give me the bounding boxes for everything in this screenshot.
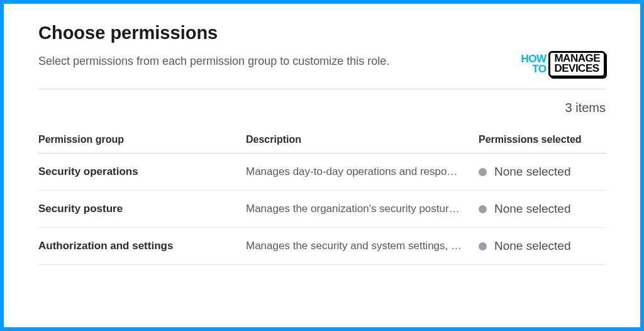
permissions-table: Permission group Description Permissions… xyxy=(38,126,606,265)
subtitle-row: Select permissions from each permission … xyxy=(38,55,606,77)
table-row[interactable]: Security operations Manages day-to-day o… xyxy=(38,154,606,191)
table-row[interactable]: Security posture Manages the organizatio… xyxy=(38,191,606,228)
content-area: Choose permissions Select permissions fr… xyxy=(4,4,640,278)
status-dot-icon xyxy=(479,168,487,176)
brand-box: MANAGE DEVICES xyxy=(548,51,606,77)
brand-howto-block: HOW TO xyxy=(521,54,546,74)
status-dot-icon xyxy=(479,205,487,213)
items-count-row: 3 items xyxy=(38,89,606,126)
brand-text-devices: DEVICES xyxy=(554,64,600,74)
col-permissions-selected[interactable]: Permissions selected xyxy=(479,134,606,145)
cell-description: Manages the security and system settings… xyxy=(246,240,472,252)
selected-text: None selected xyxy=(494,239,570,253)
selected-text: None selected xyxy=(494,202,570,216)
selected-text: None selected xyxy=(494,165,570,179)
cell-description: Manages the organization's security post… xyxy=(246,203,472,215)
cell-selected: None selected xyxy=(479,239,606,253)
cell-group: Security posture xyxy=(38,203,240,215)
table-row[interactable]: Authorization and settings Manages the s… xyxy=(38,228,606,265)
status-dot-icon xyxy=(479,242,487,250)
brand-text-to: TO xyxy=(532,64,546,74)
page-title: Choose permissions xyxy=(38,23,606,43)
app-frame: Choose permissions Select permissions fr… xyxy=(0,0,644,331)
cell-selected: None selected xyxy=(479,165,606,179)
items-count: 3 items xyxy=(565,101,606,115)
cell-description: Manages day-to-day operations and respo… xyxy=(246,166,472,178)
table-header: Permission group Description Permissions… xyxy=(38,126,606,154)
col-description[interactable]: Description xyxy=(246,134,472,145)
page-subtitle: Select permissions from each permission … xyxy=(38,55,389,68)
cell-group: Authorization and settings xyxy=(38,240,240,252)
cell-group: Security operations xyxy=(38,166,240,178)
col-permission-group[interactable]: Permission group xyxy=(38,134,240,145)
brand-logo: HOW TO MANAGE DEVICES xyxy=(521,51,606,77)
cell-selected: None selected xyxy=(479,202,606,216)
